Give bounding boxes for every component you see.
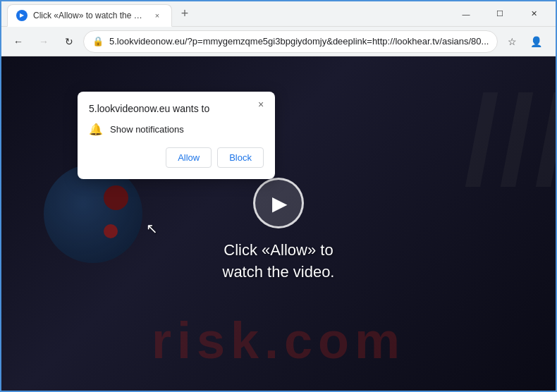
caption-line1: Click «Allow» to — [224, 241, 333, 259]
allow-button[interactable]: Allow — [166, 147, 212, 168]
close-button[interactable]: ✕ — [518, 4, 550, 25]
popup-title: 5.lookvideonow.eu wants to — [89, 103, 264, 114]
profile-button[interactable]: 👤 — [525, 30, 547, 53]
active-tab[interactable]: Click «Allow» to watch the video. × — [7, 4, 172, 27]
browser-window: Click «Allow» to watch the video. × + — … — [0, 0, 557, 392]
popup-item-label: Show notifications — [110, 124, 184, 135]
bell-icon: 🔔 — [89, 123, 103, 136]
block-button[interactable]: Block — [217, 147, 264, 168]
minimize-button[interactable]: — — [450, 4, 482, 25]
lock-icon: 🔒 — [92, 36, 104, 47]
page-content: /// risk.com Click «Allow» to watch the … — [1, 56, 556, 391]
reload-button[interactable]: ↻ — [58, 30, 80, 53]
popup-close-button[interactable]: × — [254, 97, 268, 111]
gray-watermark: /// — [464, 78, 556, 204]
tab-strip: Click «Allow» to watch the video. × + — [7, 1, 441, 26]
maximize-button[interactable]: ☐ — [484, 4, 516, 25]
nav-actions: ☆ 👤 ⋮ — [501, 30, 557, 53]
play-container: Click «Allow» to watch the video. — [223, 178, 335, 283]
new-tab-button[interactable]: + — [175, 4, 195, 24]
bookmark-button[interactable]: ☆ — [501, 30, 523, 53]
video-caption: Click «Allow» to watch the video. — [223, 240, 335, 283]
caption-line2: watch the video. — [223, 263, 335, 281]
popup-buttons: Allow Block — [89, 147, 264, 168]
watermark-text: risk.com — [1, 312, 556, 369]
address-bar[interactable]: 🔒 5.lookvideonow.eu/?p=mmygemzqme5gi3bpg… — [83, 30, 498, 53]
play-button[interactable] — [253, 178, 304, 228]
address-text: 5.lookvideonow.eu/?p=mmygemzqme5gi3bpgiy… — [109, 36, 489, 47]
window-controls: — ☐ ✕ — [450, 4, 550, 25]
decorative-circle — [44, 164, 142, 263]
back-button[interactable]: ← — [7, 30, 30, 53]
title-bar: Click «Allow» to watch the video. × + — … — [1, 1, 556, 27]
tab-favicon — [16, 10, 27, 21]
popup-item: 🔔 Show notifications — [89, 123, 264, 136]
tab-close-button[interactable]: × — [152, 10, 163, 21]
navigation-bar: ← → ↻ 🔒 5.lookvideonow.eu/?p=mmygemzqme5… — [1, 27, 556, 56]
menu-button[interactable]: ⋮ — [549, 30, 557, 53]
forward-button[interactable]: → — [32, 30, 55, 53]
tab-label: Click «Allow» to watch the video. — [33, 11, 146, 20]
notification-popup: × 5.lookvideonow.eu wants to 🔔 Show noti… — [78, 92, 275, 179]
